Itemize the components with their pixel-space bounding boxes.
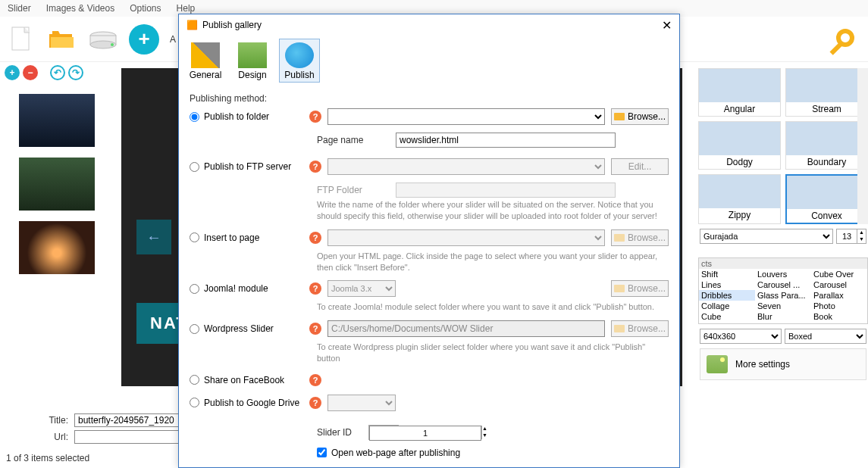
radio-facebook[interactable] <box>190 375 199 385</box>
publishing-method-label: Publishing method: <box>190 93 669 104</box>
close-button[interactable]: ✕ <box>662 18 672 33</box>
add-label: A <box>170 34 176 45</box>
joomla-version-select[interactable]: Joomla 3.x <box>327 280 396 297</box>
svg-marker-2 <box>52 31 60 34</box>
menu-slider[interactable]: Slider <box>8 3 31 14</box>
rotate-right-icon[interactable]: ↷ <box>68 65 83 80</box>
font-size-stepper[interactable]: ▲▼ <box>836 229 866 244</box>
url-label: Url: <box>8 432 68 442</box>
menu-options[interactable]: Options <box>130 3 161 14</box>
transitions-list[interactable]: cts ShiftLouversCube Over LinesCarousel … <box>698 257 868 324</box>
template-dodgy[interactable]: Dodgy <box>698 121 781 170</box>
template-boundary[interactable]: Boundary <box>785 121 868 170</box>
layout-select[interactable]: Boxed <box>785 329 866 344</box>
thumbnail-1[interactable] <box>19 94 95 147</box>
template-angular[interactable]: Angular <box>698 68 781 117</box>
slider-id-label: Slider ID <box>317 427 362 438</box>
wp-help-text: To create Wordpress plugin slider select… <box>317 342 669 364</box>
ftp-help-text: Write the name of the folder where your … <box>317 199 669 222</box>
insert-help-text: Open your HTML page. Click inside the pa… <box>317 251 669 273</box>
dialog-icon: 🟧 <box>186 20 198 30</box>
folder-icon <box>614 325 625 332</box>
mini-add-icon[interactable]: + <box>5 65 20 80</box>
tab-design[interactable]: Design <box>232 39 273 83</box>
template-grid: Angular Stream Dodgy Boundary Zippy Conv… <box>698 68 868 224</box>
slider-id-stepper[interactable]: ▲▼ <box>368 425 399 440</box>
right-panel: Angular Stream Dodgy Boundary Zippy Conv… <box>694 68 868 460</box>
folder-icon <box>614 113 625 120</box>
tab-publish[interactable]: Publish <box>279 39 320 83</box>
help-icon[interactable]: ? <box>309 323 321 335</box>
size-select[interactable]: 640x360 <box>700 329 782 344</box>
help-icon[interactable]: ? <box>309 397 321 409</box>
folder-icon <box>614 234 625 242</box>
wp-path-input <box>327 320 605 337</box>
drive-icon[interactable] <box>88 24 118 55</box>
transitions-header: cts <box>699 258 867 269</box>
ftp-server-select[interactable] <box>327 158 605 175</box>
browse-wp-button[interactable]: Browse... <box>611 320 669 337</box>
open-after-label: Open web-page after publishing <box>331 448 460 458</box>
image-icon <box>707 355 728 373</box>
template-stream[interactable]: Stream <box>785 68 868 117</box>
page-name-label: Page name <box>317 135 390 145</box>
new-doc-icon[interactable] <box>6 24 36 55</box>
title-label: Title: <box>8 415 68 426</box>
edit-ftp-button[interactable]: Edit... <box>611 158 669 175</box>
mini-remove-icon[interactable]: − <box>23 65 38 80</box>
menu-help[interactable]: Help <box>177 3 196 14</box>
template-convex[interactable]: Convex <box>785 174 868 224</box>
menu-images[interactable]: Images & Videos <box>46 3 115 14</box>
add-button[interactable]: + <box>129 24 159 55</box>
radio-joomla[interactable] <box>190 284 199 294</box>
font-select[interactable]: Gurajada <box>700 229 833 244</box>
open-folder-icon[interactable] <box>47 24 77 55</box>
publish-dialog: 🟧Publish gallery ✕ General Design Publis… <box>178 14 680 468</box>
template-scrollbar[interactable] <box>857 68 868 224</box>
browse-joomla-button[interactable]: Browse... <box>611 280 669 297</box>
radio-publish-folder[interactable] <box>190 112 199 122</box>
radio-publish-ftp[interactable] <box>190 162 199 172</box>
more-settings-button[interactable]: More settings <box>700 348 866 380</box>
help-icon[interactable]: ? <box>309 374 321 386</box>
radio-insert-page[interactable] <box>190 232 199 242</box>
browse-page-button[interactable]: Browse... <box>611 229 669 246</box>
browse-folder-button[interactable]: Browse... <box>611 108 669 125</box>
license-key-icon[interactable] <box>826 27 856 60</box>
help-icon[interactable]: ? <box>309 161 321 173</box>
svg-rect-3 <box>51 37 74 48</box>
gdrive-select[interactable] <box>327 395 396 411</box>
radio-google-drive[interactable] <box>190 398 199 407</box>
joomla-help-text: To create Joomla! module select folder w… <box>317 301 669 313</box>
template-zippy[interactable]: Zippy <box>698 174 781 224</box>
thumbnail-3[interactable] <box>19 221 95 274</box>
thumbnail-2[interactable] <box>19 158 95 211</box>
ftp-folder-label: FTP Folder <box>317 185 390 195</box>
thumbnails-panel <box>0 83 114 400</box>
open-after-checkbox[interactable] <box>317 448 327 457</box>
svg-point-8 <box>838 31 852 45</box>
help-icon[interactable]: ? <box>309 111 321 123</box>
svg-point-7 <box>111 43 114 46</box>
rotate-left-icon[interactable]: ↶ <box>50 65 65 80</box>
dialog-title: Publish gallery <box>202 20 262 30</box>
insert-page-input[interactable] <box>327 229 605 246</box>
ftp-folder-input <box>396 183 616 198</box>
page-name-input[interactable] <box>396 133 616 148</box>
status-bar: 1 of 3 items selected <box>6 453 89 463</box>
radio-wordpress[interactable] <box>190 324 199 334</box>
prev-slide-button[interactable]: ← <box>136 220 171 254</box>
folder-path-input[interactable] <box>327 108 605 125</box>
svg-rect-9 <box>830 42 843 55</box>
folder-icon <box>614 285 625 292</box>
help-icon[interactable]: ? <box>309 282 321 295</box>
tab-general[interactable]: General <box>185 39 226 83</box>
help-icon[interactable]: ? <box>309 232 321 244</box>
